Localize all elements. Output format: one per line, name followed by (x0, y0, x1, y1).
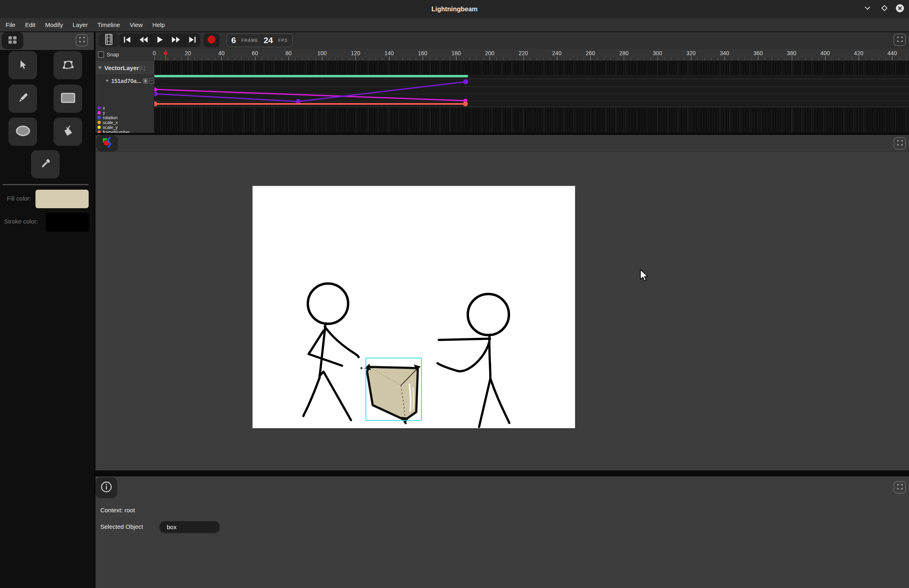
ellipse-icon (15, 125, 31, 138)
rectangle-tool[interactable] (54, 85, 82, 113)
property-label: frameNumber (103, 130, 130, 133)
canvas-expand-button[interactable] (894, 137, 906, 149)
property-row-rotation[interactable]: rotation (95, 115, 154, 120)
frame-counter: 6 FRAME 24 FPS (226, 33, 293, 47)
keyframe-dot[interactable] (463, 79, 468, 84)
selected-object-label: Selected Object (100, 523, 143, 530)
rewind-icon (139, 36, 148, 45)
skip-to-end-button[interactable] (185, 33, 200, 47)
layer-row-object[interactable]: 151ad70a... ~ (95, 75, 154, 87)
tool-panel-header (0, 32, 94, 50)
keyframe-dot[interactable] (463, 101, 468, 106)
menu-item-modify[interactable]: Modify (44, 21, 64, 29)
disclosure-triangle-icon[interactable] (106, 80, 109, 82)
ellipse-tool[interactable] (8, 118, 37, 146)
fps-value[interactable]: 24 (264, 35, 273, 45)
chevron-down-icon (863, 4, 872, 14)
skip-start-icon (123, 36, 131, 45)
menu-item-view[interactable]: View (129, 21, 144, 29)
play-button[interactable] (152, 33, 168, 47)
pencil-icon (17, 92, 29, 105)
menu-item-layer[interactable]: Layer (71, 21, 89, 29)
menu-item-help[interactable]: Help (151, 21, 166, 29)
property-color-dot (98, 130, 101, 133)
rectangle-icon (61, 93, 75, 105)
layer-tween-toggle[interactable]: ~ (149, 78, 154, 84)
inspector-panel: Context: root Selected Object box (95, 476, 909, 588)
layer-badge: [L] (139, 65, 145, 71)
property-row-scale_x[interactable]: scale_x (95, 120, 154, 125)
maximize-button[interactable] (879, 3, 890, 14)
snap-checkbox[interactable] (98, 52, 104, 58)
fast-forward-button[interactable] (168, 33, 184, 47)
fill-color-swatch[interactable] (35, 190, 89, 208)
menu-item-edit[interactable]: Edit (24, 21, 37, 29)
skip-to-start-button[interactable] (119, 33, 135, 47)
selection-tool[interactable] (8, 51, 37, 79)
stick-figure-left[interactable] (303, 284, 359, 420)
stroke-color-swatch[interactable] (46, 213, 89, 232)
x-property-curve[interactable] (155, 89, 465, 101)
paint-bucket-tool[interactable] (54, 118, 82, 146)
stick-figure-right[interactable] (438, 294, 509, 427)
animation-curves[interactable] (154, 49, 909, 133)
selected-object-field[interactable]: box (160, 521, 220, 532)
panel-grid-button[interactable] (2, 32, 23, 49)
current-frame-value[interactable]: 6 (231, 35, 236, 45)
tool-panel-expand-button[interactable] (76, 34, 88, 46)
play-icon (156, 36, 164, 45)
window-title: Lightningbeam (0, 0, 909, 18)
expand-icon (79, 37, 85, 44)
skip-end-icon (188, 36, 197, 45)
property-color-dot (98, 106, 101, 110)
property-color-dot (98, 116, 101, 119)
playhead-stem[interactable] (165, 54, 166, 60)
object-layer-name: 151ad70a... (111, 78, 141, 84)
playhead-icon[interactable] (163, 50, 168, 54)
close-button[interactable] (894, 3, 905, 14)
info-icon (100, 481, 112, 495)
eyedropper-tool[interactable] (31, 150, 60, 178)
timeline-frames-region[interactable]: 0204060801001201401601802002202402602803… (154, 49, 909, 133)
stage-canvas[interactable] (253, 186, 575, 428)
property-label: rotation (103, 115, 118, 120)
stroke-color-label: Stroke color: (4, 218, 38, 225)
fps-unit-label: FPS (278, 38, 287, 43)
shapes-icon (101, 137, 113, 150)
menu-bar: FileEditModifyLayerTimelineViewHelp (0, 18, 909, 32)
menu-item-file[interactable]: File (4, 21, 17, 29)
keyframe-dot[interactable] (154, 87, 157, 91)
disclosure-triangle-icon[interactable] (98, 66, 102, 69)
keyframe-span-bar[interactable] (154, 75, 468, 77)
property-color-dot (98, 111, 101, 114)
layer-visibility-toggle[interactable] (143, 78, 148, 84)
rewind-button[interactable] (135, 33, 152, 47)
record-button[interactable] (203, 33, 220, 47)
keyframe-dot[interactable] (154, 91, 158, 96)
film-strip-button[interactable] (99, 33, 119, 47)
keyframe-dot[interactable] (154, 101, 158, 106)
record-icon (207, 35, 216, 46)
property-row-framenumber[interactable]: frameNumber (95, 130, 154, 133)
property-row-scale_y[interactable]: scale_y (95, 125, 154, 130)
close-circle-icon (895, 4, 905, 14)
layer-row-vectorlayer[interactable]: VectorLayer [L] (95, 61, 154, 75)
pencil-tool[interactable] (8, 85, 37, 113)
info-button[interactable] (95, 477, 117, 498)
inspector-expand-button[interactable] (894, 481, 906, 493)
timeline-toolbar: 6 FRAME 24 FPS (95, 32, 909, 49)
transform-tool[interactable] (54, 51, 82, 79)
property-row-x[interactable]: x (95, 106, 154, 110)
shapes-button[interactable] (96, 135, 118, 151)
property-label: y (103, 110, 105, 115)
menu-item-timeline[interactable]: Timeline (96, 21, 121, 29)
eyedropper-icon (40, 158, 51, 171)
context-label: Context: root (100, 507, 135, 513)
timeline-expand-button[interactable] (894, 34, 906, 46)
property-row-y[interactable]: y (95, 110, 154, 115)
paint-bucket-icon (62, 125, 74, 139)
minimize-button[interactable] (862, 3, 873, 14)
box-object[interactable] (361, 364, 421, 424)
layer-name: VectorLayer (104, 64, 139, 71)
layer-list: Snap VectorLayer [L] 151ad70a... ~ xyrot… (95, 49, 154, 133)
